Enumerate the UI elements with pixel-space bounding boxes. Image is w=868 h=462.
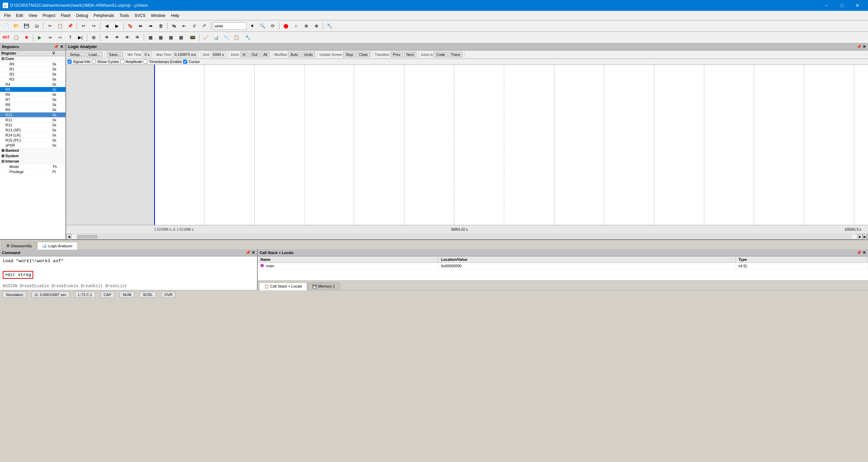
menu-project[interactable]: Project [40,12,58,19]
la-undo-button[interactable]: Undo [301,52,315,57]
copy-button[interactable]: 📋 [55,22,65,30]
signal-info-checkbox[interactable] [67,60,72,64]
la-pin-icon[interactable]: 📌 [856,44,862,49]
scroll-right-arrow[interactable]: ▶ [857,234,863,239]
step-out[interactable]: ⤒ [65,33,75,42]
perf-btn[interactable]: 📈 [201,33,211,42]
la-next-button[interactable]: Next [404,52,416,57]
run-to-cursor[interactable]: ▶| [76,33,85,42]
la-zoom-out[interactable]: Out [249,52,260,57]
menu-file[interactable]: File [1,12,13,19]
breakpoint-all[interactable]: ⊕ [301,22,311,30]
indent-button[interactable]: ↹ [169,22,179,30]
tools-btn[interactable]: 🔧 [243,33,253,42]
callstack-content[interactable]: Name Location/Value Type main 0x00000000… [258,256,868,280]
la-zoom-all[interactable]: All [261,52,270,57]
mem-btn[interactable]: ▦ [146,33,155,42]
step-button[interactable]: ⇒ [45,33,55,42]
show-cycles-checkbox[interactable] [92,60,96,64]
run-button[interactable]: ▶ [35,33,44,42]
bookmark-next-button[interactable]: ➡ [146,22,155,30]
mem4-btn[interactable]: ▦ [176,33,186,42]
cmd-input-box[interactable]: >dir vtreg [3,271,33,279]
scroll-end-arrow[interactable]: ▶| [863,234,868,239]
mem2-btn[interactable]: ▦ [156,33,165,42]
search-input[interactable] [213,22,247,30]
bookmark-prev-button[interactable]: ⬅ [136,22,145,30]
la-clear-button[interactable]: Clear [357,52,370,57]
unindent-button[interactable]: ⇤ [179,22,189,30]
cursor-checkbox[interactable] [183,60,187,64]
reset-button[interactable]: RST [1,33,11,42]
breakpoint-clear[interactable]: ⊗ [312,22,321,30]
scroll-left-arrow[interactable]: ◀ [66,234,72,239]
scroll-thumb[interactable] [77,235,97,239]
la-waveform[interactable]: 1.521888 s, d: 1.521888 s 50001.52 s 105… [66,65,868,234]
menu-debug[interactable]: Debug [74,12,91,19]
cut-button[interactable]: ✂ [45,22,55,30]
perf2-btn[interactable]: 📊 [211,33,221,42]
search-button[interactable]: 🔍 [258,22,267,30]
timestamps-checkbox[interactable] [143,60,147,64]
bookmark-button[interactable]: 🔖 [125,22,135,30]
redo-button[interactable]: ↪ [89,22,98,30]
la-load-button[interactable]: Load... [86,52,102,57]
menu-peripherals[interactable]: Peripherals [91,12,117,19]
search-replace[interactable]: ⟳ [268,22,277,30]
menu-tools[interactable]: Tools [117,12,132,19]
menu-svcs[interactable]: SVCS [132,12,149,19]
undo-button[interactable]: ↩ [79,22,88,30]
scroll-track[interactable] [77,235,852,239]
new-button[interactable]: 📄 [1,22,11,30]
save-all-button[interactable]: 🗂 [32,22,41,30]
la-trace-button[interactable]: Trace [449,52,463,57]
cmd-pin-icon[interactable]: 📌 [245,250,251,255]
cmd-close-icon[interactable]: ✕ [252,250,255,255]
stop-debug[interactable]: ✖ [22,33,31,42]
menu-help[interactable]: Help [168,12,182,19]
bookmark-clear-button[interactable]: 🗑 [156,22,165,30]
tab-callstack[interactable]: 📋 Call Stack + Locals [259,282,307,290]
la-prev-button[interactable]: Prev [391,52,403,57]
step-over[interactable]: ⇨ [55,33,65,42]
config-button[interactable]: 📋 [12,33,21,42]
cs-pin-icon[interactable]: 📌 [856,250,862,255]
disassembly-btn[interactable]: ⊞ [89,33,98,42]
menu-window[interactable]: Window [148,12,168,19]
menu-flash[interactable]: Flash [58,12,73,19]
command-content[interactable]: Load "work1\\work1.axf" >dir vtreg ASSIG… [0,256,257,290]
target-options[interactable]: 🔧 [325,22,334,30]
serial-btn[interactable]: 📟 [188,33,197,42]
tab-memory1[interactable]: 💾 Memory 1 [307,282,340,290]
watch3-btn[interactable]: 👁 [122,33,132,42]
la-code-button[interactable]: Code [434,52,447,57]
registers-content[interactable]: Register V ⊟ Core R0 0x R1 0x [0,50,65,239]
la-save-button[interactable]: Save... [107,52,123,57]
la-setup-button[interactable]: Setup... [67,52,85,57]
nav-forward-button[interactable]: ▶ [112,22,122,30]
nav-back-button[interactable]: ◀ [102,22,112,30]
paste-button[interactable]: 📌 [65,22,75,30]
perf4-btn[interactable]: 📋 [232,33,241,42]
la-close-icon[interactable]: ✕ [863,44,866,49]
save-button[interactable]: 💾 [22,22,31,30]
open-button[interactable]: 📂 [12,22,21,30]
pin-icon[interactable]: 📌 [54,44,59,49]
la-zoom-in[interactable]: In [240,52,248,57]
minimize-button[interactable]: − [818,0,834,11]
search-dropdown[interactable]: ▼ [248,22,257,30]
close-icon[interactable]: ✕ [60,44,63,49]
watch2-btn[interactable]: 👁 [112,33,122,42]
tab-logic-analyzer[interactable]: 📊 Logic Analyzer [37,242,78,250]
menu-edit[interactable]: Edit [13,12,26,19]
menu-view[interactable]: View [26,12,40,19]
mem3-btn[interactable]: ▦ [166,33,176,42]
cs-close-icon[interactable]: ✕ [863,250,866,255]
perf3-btn[interactable]: 📉 [221,33,231,42]
breakpoint-toggle[interactable]: ⬤ [281,22,291,30]
la-auto-button[interactable]: Auto [288,52,300,57]
comment-button[interactable]: // [190,22,199,30]
la-hscrollbar[interactable]: ◀ ▶ ▶| [66,234,868,239]
close-button[interactable]: ✕ [850,0,865,11]
amplitude-checkbox[interactable] [120,60,124,64]
